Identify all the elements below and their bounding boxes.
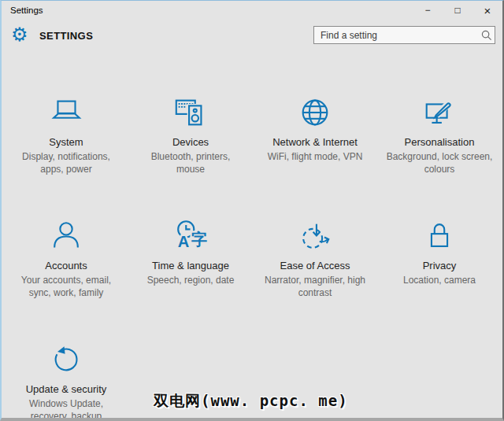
tile-title: Update & security bbox=[4, 383, 128, 395]
header: ⚙ SETTINGS bbox=[2, 20, 502, 56]
minimize-icon: − bbox=[424, 5, 430, 16]
tile-subtitle: Speech, region, date bbox=[136, 274, 245, 286]
tile-title: Personalisation bbox=[377, 136, 502, 148]
tile-personalisation[interactable]: Personalisation Background, lock screen,… bbox=[377, 94, 502, 218]
tile-system[interactable]: System Display, notifications, apps, pow… bbox=[4, 94, 128, 218]
close-button[interactable]: × bbox=[472, 1, 502, 20]
search-icon[interactable] bbox=[479, 27, 495, 43]
titlebar[interactable]: Settings − □ × bbox=[2, 1, 502, 20]
tile-time-language[interactable]: A 字 Time & language Speech, region, date bbox=[128, 218, 253, 342]
system-icon bbox=[4, 94, 128, 131]
tile-subtitle: Bluetooth, printers, mouse bbox=[136, 150, 245, 175]
gear-icon: ⚙ bbox=[11, 24, 28, 45]
tile-subtitle: Narrator, magnifier, high contrast bbox=[261, 274, 369, 299]
personalisation-icon bbox=[377, 94, 502, 131]
tile-devices[interactable]: Devices Bluetooth, printers, mouse bbox=[128, 94, 253, 218]
search-box[interactable] bbox=[313, 26, 495, 44]
tile-title: System bbox=[4, 136, 128, 148]
settings-window: Settings − □ × ⚙ SETTINGS bbox=[0, 0, 504, 421]
tile-ease-of-access[interactable]: Ease of Access Narrator, magnifier, high… bbox=[253, 218, 377, 342]
tile-title: Network & Internet bbox=[253, 136, 377, 148]
tile-title: Privacy bbox=[377, 260, 502, 271]
tile-title: Accounts bbox=[4, 260, 128, 271]
search-input[interactable] bbox=[314, 30, 479, 41]
svg-text:A: A bbox=[178, 233, 190, 250]
tile-accounts[interactable]: Accounts Your accounts, email, sync, wor… bbox=[4, 218, 128, 342]
settings-grid: System Display, notifications, apps, pow… bbox=[2, 94, 502, 421]
close-icon: × bbox=[484, 4, 491, 17]
ease-of-access-icon bbox=[253, 218, 377, 254]
svg-text:字: 字 bbox=[191, 230, 207, 249]
tile-subtitle: Display, notifications, apps, power bbox=[12, 150, 120, 175]
time-language-icon: A 字 bbox=[128, 218, 253, 254]
tile-subtitle: WiFi, flight mode, VPN bbox=[261, 150, 369, 163]
page-title: SETTINGS bbox=[39, 30, 93, 42]
accounts-icon bbox=[4, 218, 128, 254]
tile-subtitle: Windows Update, recovery, backup bbox=[12, 397, 120, 421]
tile-title: Time & language bbox=[128, 260, 253, 271]
tile-subtitle: Your accounts, email, sync, work, family bbox=[12, 274, 120, 299]
tile-subtitle: Location, camera bbox=[385, 274, 494, 286]
maximize-button[interactable]: □ bbox=[443, 1, 472, 20]
tile-title: Ease of Access bbox=[253, 260, 377, 271]
update-security-icon bbox=[4, 342, 128, 378]
devices-icon bbox=[128, 94, 253, 131]
network-internet-icon bbox=[253, 94, 377, 131]
minimize-button[interactable]: − bbox=[413, 1, 443, 20]
privacy-icon bbox=[377, 218, 502, 254]
tile-privacy[interactable]: Privacy Location, camera bbox=[377, 218, 502, 342]
tile-title: Devices bbox=[128, 136, 253, 148]
watermark: 双电网(www. pcpc. me) bbox=[154, 391, 348, 412]
tile-update-security[interactable]: Update & security Windows Update, recove… bbox=[4, 342, 128, 421]
maximize-icon: □ bbox=[454, 5, 460, 16]
tile-subtitle: Background, lock screen, colours bbox=[385, 150, 494, 175]
tile-network[interactable]: Network & Internet WiFi, flight mode, VP… bbox=[253, 94, 377, 218]
window-controls: − □ × bbox=[413, 1, 502, 20]
window-title: Settings bbox=[10, 6, 43, 15]
